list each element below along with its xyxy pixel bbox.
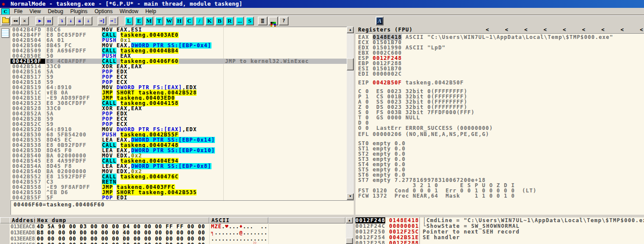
step-over-button[interactable]: ↓ xyxy=(67,17,75,25)
dump-row[interactable]: 013EEAC84D5A90000300000004000000FFFF0000… xyxy=(0,224,353,230)
disasm-row[interactable]: 0042B50FE8 4CBAFDFFCALL taskeng.00406F60… xyxy=(11,59,347,64)
disasm-row[interactable]: 0042B52833C0XOR EAX,EAX xyxy=(11,106,347,111)
dump-header-gutter xyxy=(0,217,11,223)
toolbar-letter-e[interactable]: E xyxy=(135,17,143,25)
trace-over-button[interactable]: ⇓ xyxy=(84,17,92,25)
scrollbar-thumb[interactable] xyxy=(347,58,354,70)
scroll-up-icon[interactable]: ▲ xyxy=(347,27,354,33)
registers-titlebar: Registers (FPU) <<<<<<<<< xyxy=(355,27,644,34)
register-row[interactable]: EIP 0042B50F taskeng.0042B50F xyxy=(358,80,464,85)
execute-till-user-button[interactable]: →⋮ xyxy=(109,17,118,25)
menu-window[interactable]: Window xyxy=(116,8,142,15)
collapse-chevron-icon[interactable]: < xyxy=(619,27,626,33)
dump-row[interactable]: 013EEAD8B8000000000000004000000000000000… xyxy=(0,230,353,236)
dump-address: 013EEAD8 xyxy=(11,230,35,235)
open-file-button[interactable] xyxy=(1,17,10,25)
menu-debug[interactable]: Debug xyxy=(44,8,67,15)
scrollbar-thumb[interactable] xyxy=(346,238,353,244)
titlebar[interactable]: ✱ NormalMode - taskeng.exe - [*G.P.U* - … xyxy=(0,0,644,8)
menu-view[interactable]: View xyxy=(26,8,44,15)
disasm-row[interactable]: 0042B552E8 1592FDFFCALL taskeng.0040476C xyxy=(11,174,347,179)
appearance-colors-button[interactable] xyxy=(268,17,278,25)
restart-button[interactable]: ◀◀ xyxy=(11,17,20,25)
stack-address: 0012F258 xyxy=(355,240,385,244)
collapse-chevron-icon[interactable]: < xyxy=(599,27,606,33)
dump-row[interactable]: 013EEAE800000000000000000000000000000000… xyxy=(0,236,353,242)
toolbar-letter-m[interactable]: M xyxy=(145,17,153,25)
stack-address: 0012F250 xyxy=(355,229,385,235)
toolbar-letter-r[interactable]: R xyxy=(225,17,234,25)
registers-title: Registers (FPU) xyxy=(358,27,413,32)
stack-pane[interactable]: 0012F248 0148E418 │CmdLine = "C:\Users\W… xyxy=(355,217,644,244)
toolbar-letter-t[interactable]: T xyxy=(155,17,163,25)
folder-open-icon xyxy=(2,18,9,23)
info-line-panel: 00406F60=taskeng.00406F60 xyxy=(11,200,355,216)
collapse-chevron-icon[interactable]: < xyxy=(522,27,529,33)
toolbar-letter-s[interactable]: S xyxy=(246,17,254,25)
toolbar-letter-h[interactable]: H xyxy=(175,17,183,25)
collapse-chevron-icon[interactable]: < xyxy=(484,27,491,33)
dump-rows: 013EEAC84D5A90000300000004000000FFFF0000… xyxy=(0,224,353,244)
disasm-instruction: POP EDI xyxy=(102,195,127,200)
mdi-child-icon[interactable]: C xyxy=(1,8,10,15)
toolbar-letter-c[interactable]: C xyxy=(185,17,194,25)
execute-till-return-button[interactable]: →] xyxy=(98,17,106,25)
stack-row[interactable]: 0012F258 0012F288 xyxy=(355,241,644,244)
disasm-row[interactable]: 0042B523E8 308CFDFFCALL taskeng.00404158 xyxy=(11,101,347,106)
register-value: 0042B50F xyxy=(373,80,402,86)
disasm-row[interactable]: 0042B55F5FPOP EDI xyxy=(11,195,347,200)
disasm-scrollbar[interactable]: ▲ ▼ xyxy=(347,27,354,200)
disasm-address: 0042B55F xyxy=(12,195,42,200)
disasm-row[interactable]: 0042B5165APOP EDX xyxy=(11,69,347,74)
disasm-row[interactable]: 0042B55D^EB D6JMP SHORT taskeng.0042B535 xyxy=(11,190,347,195)
scroll-up-icon[interactable]: ▲ xyxy=(346,217,353,223)
collapse-chevron-icon[interactable]: < xyxy=(542,27,549,33)
scrollbar-track[interactable] xyxy=(347,27,354,200)
close-process-button[interactable]: ✕ xyxy=(20,17,29,25)
menu-plugins[interactable]: Plugins xyxy=(67,8,91,15)
disasm-row[interactable]: 0042B51759POP ECX xyxy=(11,74,347,80)
dump-header-address: Address xyxy=(10,217,35,223)
efl-line: EFL 00000206 (NO,NB,NE,A,NS,PE,GE,G) xyxy=(358,132,489,137)
help-button[interactable]: ? xyxy=(279,17,289,25)
collapse-chevron-icon[interactable]: < xyxy=(638,27,644,33)
dump-ascii: ................ xyxy=(211,236,267,241)
disasm-row[interactable]: 0042B509E8 A696FDFFCALL taskeng.00404BB4 xyxy=(11,48,347,53)
run-button[interactable]: ▶ xyxy=(35,17,44,25)
dump-header-blank xyxy=(268,217,345,223)
dump-address: 013EEAC8 xyxy=(11,224,35,229)
dump-bytes: B8000000000000004000000000000000 xyxy=(37,230,209,235)
collapse-chevron-icon[interactable]: < xyxy=(580,27,587,33)
toolbar-letter-slash[interactable]: / xyxy=(195,17,204,25)
pause-button[interactable]: ▮▮ xyxy=(45,17,53,25)
toolbar-letter-w[interactable]: W xyxy=(165,17,173,25)
hexdump-pane[interactable]: Address Hex dump ASCII 013EEAC84D5A90000… xyxy=(0,217,353,244)
toolbar-letter-b[interactable]: B xyxy=(215,17,224,25)
disasm-row[interactable]: 0042B52A5APOP EDX xyxy=(11,111,347,116)
windows-list-button[interactable]: ≣ xyxy=(258,17,267,25)
toolbar-letter-k[interactable]: K xyxy=(205,17,214,25)
collapse-chevron-icon[interactable]: < xyxy=(561,27,568,33)
dump-row[interactable]: 013EEAF8000000000000000000000000B0000000… xyxy=(0,242,353,244)
disassembly-pane[interactable]: 0042B4FD8BC6MOV EAX,ESI0042B4FFE8 DC85FD… xyxy=(11,27,347,200)
stack-value: 0012F25C xyxy=(389,229,419,235)
dump-ascii: ╕.......@....... xyxy=(211,230,267,235)
register-row[interactable]: EDI 0000002C xyxy=(358,71,402,77)
stack-rows: 0012F248 0148E418 │CmdLine = "C:\Users\W… xyxy=(355,218,644,244)
font-a-button[interactable]: A xyxy=(376,17,384,25)
menu-help[interactable]: Help xyxy=(142,8,160,15)
collapse-chevron-icon[interactable]: < xyxy=(503,27,510,33)
info-line-text: 00406F60=taskeng.00406F60 xyxy=(14,202,105,207)
registers-pane[interactable]: Registers (FPU) <<<<<<<<< EAX 0148E418 A… xyxy=(355,27,644,215)
trace-into-button[interactable]: ⇊ xyxy=(75,17,84,25)
stack-value: 0012F288 xyxy=(389,240,419,244)
menu-options[interactable]: Options xyxy=(91,8,116,15)
toolbar-letter-l[interactable]: L xyxy=(125,17,133,25)
disasm-row[interactable]: 0042B51433C0XOR EAX,EAX xyxy=(11,64,347,69)
menu-file[interactable]: File xyxy=(11,8,26,15)
scroll-down-icon[interactable]: ▼ xyxy=(347,193,354,200)
toolbar-letter-dots[interactable]: ... xyxy=(236,17,244,25)
disasm-row[interactable]: 0042B52B59POP ECX xyxy=(11,116,347,122)
dump-scrollbar[interactable]: ▲ xyxy=(346,217,353,244)
step-into-button[interactable]: ↴ xyxy=(58,17,66,25)
